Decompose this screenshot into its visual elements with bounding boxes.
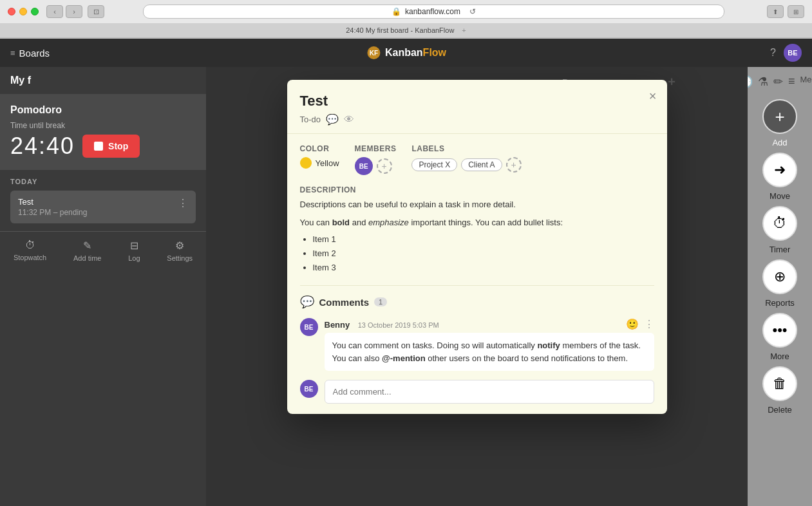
bold-text: bold	[332, 218, 350, 227]
timer-action: ⏱ Timer	[762, 206, 797, 254]
forward-button[interactable]: ›	[66, 5, 82, 18]
delete-circle-button[interactable]: 🗑	[762, 366, 797, 401]
stop-button[interactable]: Stop	[82, 135, 140, 158]
commenter-avatar: BE	[300, 318, 318, 336]
comments-section: 💬 Comments 1 BE Benny	[300, 285, 654, 404]
more-circle-button[interactable]: •••	[762, 313, 797, 348]
back-button[interactable]: ‹	[46, 5, 63, 18]
log-toolbar-item[interactable]: ⊟ Log	[128, 239, 140, 262]
modal-close-button[interactable]: ×	[649, 89, 657, 104]
settings-toolbar-item[interactable]: ⚙ Settings	[167, 239, 193, 262]
comment-content: Benny 13 October 2019 5:03 PM 🙂 ⋮	[325, 318, 654, 371]
today-label: TODAY	[10, 178, 196, 185]
current-user-avatar: BE	[300, 380, 318, 398]
add-action: + Add	[762, 99, 797, 147]
italic-text: emphasize	[368, 218, 409, 227]
timer-icon: ⏱	[773, 215, 787, 232]
hamburger-icon: ≡	[10, 48, 15, 58]
share-button[interactable]: ⬆	[767, 5, 784, 18]
board-area: My f Pomodoro Time until break 24:40 Sto…	[0, 67, 812, 506]
kanbanflow-logo-icon: KF	[366, 45, 381, 61]
add-label-button[interactable]: +	[506, 157, 522, 173]
list-item: Item 2	[313, 247, 654, 261]
timer-row: 24:40 Stop	[10, 133, 196, 160]
labels-field: Labels Project X Client A +	[411, 144, 521, 173]
members-field: Members BE +	[355, 144, 397, 175]
reload-button[interactable]: ↺	[469, 7, 476, 16]
comment-icon: 💬	[326, 113, 339, 126]
user-avatar[interactable]: BE	[784, 44, 802, 62]
logo-flow-text: Flow	[423, 47, 446, 59]
pomodoro-panel: Pomodoro Time until break 24:40 Stop	[0, 94, 206, 170]
stop-label: Stop	[108, 141, 128, 151]
labels-group: Project X Client A +	[411, 157, 521, 173]
pomodoro-title: Pomodoro	[10, 104, 196, 116]
app-logo: KF KanbanFlow	[366, 45, 446, 61]
trash-icon: 🗑	[773, 375, 787, 392]
time-until-break-label: Time until break	[10, 121, 196, 130]
task-time: 11:32 PM – pending	[18, 208, 87, 217]
comment-meta: Benny 13 October 2019 5:03 PM	[325, 319, 439, 330]
bullet-list: Item 1 Item 2 Item 3	[313, 232, 654, 275]
description-paragraph: Descriptions can be useful to explain a …	[300, 198, 654, 211]
stop-icon	[94, 142, 103, 151]
filter-icon[interactable]: ⚗	[758, 75, 768, 89]
add-time-toolbar-item[interactable]: ✎ Add time	[73, 239, 101, 262]
more-action: ••• More	[762, 313, 797, 361]
edit-icon[interactable]: ✏	[773, 75, 783, 89]
color-dot	[300, 157, 312, 169]
layers-icon: ⊕	[774, 268, 786, 285]
settings-icon: ⚙	[175, 239, 184, 252]
add-comment-input[interactable]	[325, 380, 654, 404]
logo-kanban-text: Kanban	[385, 47, 423, 59]
add-time-label: Add time	[73, 254, 101, 262]
minimize-traffic-light[interactable]	[19, 8, 27, 15]
comments-header: 💬 Comments 1	[300, 295, 654, 309]
reports-circle-button[interactable]: ⊕	[762, 259, 797, 294]
emoji-button[interactable]: 🙂	[626, 318, 639, 330]
watch-icon: 👁	[344, 114, 354, 126]
delete-action: 🗑 Delete	[762, 366, 797, 415]
modal-header: Test To-do 💬 👁 ×	[287, 80, 667, 134]
stopwatch-toolbar-item[interactable]: ⏱ Stopwatch	[14, 239, 46, 262]
expand-button[interactable]: ⊞	[788, 5, 804, 18]
add-member-button[interactable]: +	[377, 158, 392, 174]
color-name: Yellow	[316, 158, 339, 168]
description-text: Descriptions can be useful to explain a …	[300, 198, 654, 275]
address-bar[interactable]: 🔒 kanbanflow.com ↺	[143, 5, 724, 19]
comments-title: Comments	[319, 297, 370, 308]
maximize-traffic-light[interactable]	[31, 8, 39, 15]
timer-circle-button[interactable]: ⏱	[762, 206, 797, 241]
close-traffic-light[interactable]	[8, 8, 15, 15]
move-arrow-icon: ➜	[774, 162, 786, 178]
nav-buttons: ‹ ›	[46, 5, 82, 18]
label-project-x[interactable]: Project X	[411, 158, 457, 171]
label-client-a[interactable]: Client A	[461, 158, 502, 171]
list-item: Item 1	[313, 232, 654, 247]
color-label: Color	[300, 144, 339, 153]
move-circle-button[interactable]: ➜	[762, 153, 797, 187]
more-action-label: More	[770, 351, 789, 361]
lock-icon: 🔒	[392, 7, 401, 16]
today-section: TODAY Test 11:32 PM – pending ⋮	[0, 170, 206, 231]
comment-menu-button[interactable]: ⋮	[644, 318, 654, 330]
fields-row: Color Yellow Members BE +	[300, 144, 654, 175]
today-task-item: Test 11:32 PM – pending ⋮	[10, 191, 196, 223]
reader-button[interactable]: ⊡	[88, 5, 104, 18]
color-display: Yellow	[300, 157, 339, 169]
task-menu-button[interactable]: ⋮	[178, 197, 188, 209]
new-tab-button[interactable]: +	[462, 26, 466, 34]
add-circle-button[interactable]: +	[762, 99, 797, 134]
modal-overlay: Test To-do 💬 👁 × Color	[206, 67, 748, 506]
member-avatar-be[interactable]: BE	[355, 157, 373, 175]
description-section: Description Descriptions can be useful t…	[300, 185, 654, 275]
comment-actions: 🙂 ⋮	[626, 318, 654, 330]
menu-icon[interactable]: ≡	[788, 75, 795, 89]
menu-toggle[interactable]: ≡ Boards	[10, 48, 50, 59]
boards-label: Boards	[19, 48, 50, 59]
stopwatch-label: Stopwatch	[14, 254, 46, 261]
help-button[interactable]: ?	[770, 47, 776, 59]
description-formatting-note: You can bold and emphasize important thi…	[300, 216, 654, 229]
list-item: Item 3	[313, 261, 654, 275]
header-right: ? BE	[770, 44, 802, 62]
